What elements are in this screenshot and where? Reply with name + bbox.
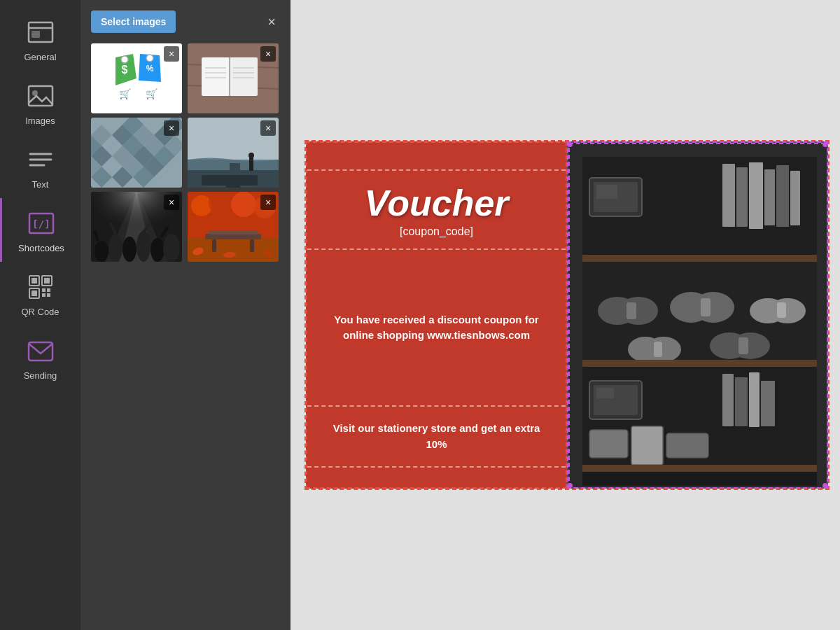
svg-rect-17 (47, 288, 50, 292)
image-thumb-5[interactable]: × (91, 192, 182, 262)
close-panel-button[interactable]: × (263, 13, 280, 31)
image-thumb-3[interactable]: × (91, 118, 182, 188)
voucher-bottom-bar (307, 466, 566, 487)
panel-header: Select images × (91, 10, 280, 33)
images-panel: Select images × $ % 🛒 🛒 × (80, 0, 290, 630)
voucher-right-panel (567, 141, 828, 489)
svg-rect-67 (249, 157, 253, 171)
sidebar-item-general[interactable]: General (0, 7, 80, 71)
svg-point-125 (731, 332, 770, 359)
voucher-code: [coupon_code] (314, 225, 559, 238)
svg-rect-2 (31, 31, 40, 38)
svg-rect-141 (582, 472, 817, 486)
svg-rect-105 (790, 171, 800, 225)
window-icon (24, 15, 57, 49)
shortcodes-icon: [/] (24, 206, 58, 240)
svg-point-113 (619, 297, 658, 325)
sidebar-item-text-label: Text (32, 179, 49, 190)
svg-rect-140 (582, 465, 817, 472)
svg-rect-20 (29, 342, 52, 360)
svg-rect-13 (44, 278, 50, 284)
svg-rect-135 (749, 372, 760, 427)
svg-point-26 (146, 55, 153, 62)
svg-point-4 (32, 90, 38, 96)
remove-image-3-button[interactable]: × (164, 120, 179, 136)
svg-rect-94 (250, 239, 254, 252)
images-grid: $ % 🛒 🛒 × (91, 43, 280, 262)
svg-rect-138 (631, 426, 663, 465)
svg-point-68 (248, 153, 254, 158)
svg-rect-132 (615, 388, 633, 398)
svg-rect-100 (722, 164, 735, 227)
svg-rect-120 (777, 302, 786, 318)
selection-handle-tl[interactable] (567, 141, 573, 147)
select-images-button[interactable]: Select images (91, 10, 176, 33)
svg-rect-70 (226, 186, 240, 188)
svg-rect-15 (31, 290, 37, 296)
svg-rect-109 (619, 185, 634, 199)
svg-text:🛒: 🛒 (119, 88, 132, 100)
svg-point-116 (692, 292, 734, 323)
sidebar-item-shortcodes[interactable]: [/] Shortcodes (0, 198, 80, 262)
svg-rect-11 (31, 278, 37, 284)
svg-rect-136 (761, 381, 775, 426)
svg-rect-91 (205, 234, 261, 239)
main-canvas-area: Voucher [coupon_code] You have received … (290, 0, 840, 630)
svg-rect-101 (736, 167, 748, 227)
sidebar-item-sending-label: Sending (24, 370, 57, 381)
voucher-left-panel: Voucher [coupon_code] You have received … (306, 141, 567, 489)
sidebar-item-sending[interactable]: Sending (0, 326, 80, 389)
voucher-card: Voucher [coupon_code] You have received … (304, 140, 830, 490)
sidebar-item-qrcode-label: QR Code (21, 307, 59, 317)
svg-text:$: $ (122, 64, 128, 76)
image-thumb-1[interactable]: $ % 🛒 🛒 × (91, 43, 182, 113)
sidebar-item-qrcode[interactable]: QR Code (0, 262, 80, 326)
svg-rect-92 (209, 230, 258, 234)
svg-point-122 (646, 337, 681, 362)
svg-text:%: % (146, 64, 154, 74)
sidebar-item-images[interactable]: Images (0, 71, 80, 134)
voucher-title-section: Voucher [coupon_code] (307, 171, 566, 250)
svg-rect-108 (596, 185, 617, 199)
svg-point-23 (121, 56, 128, 63)
voucher-extra-text: Visit our stationery store and get an ex… (321, 421, 552, 452)
svg-rect-117 (701, 298, 710, 316)
svg-rect-93 (212, 239, 216, 252)
voucher-extra-section: Visit our stationery store and get an ex… (307, 407, 566, 466)
svg-text:[/]: [/] (32, 218, 50, 230)
image-icon (24, 79, 57, 113)
image-thumb-4[interactable]: × (188, 118, 279, 188)
remove-image-2-button[interactable]: × (260, 46, 276, 62)
svg-rect-102 (749, 162, 763, 229)
remove-image-6-button[interactable]: × (260, 195, 276, 210)
remove-image-4-button[interactable]: × (260, 120, 276, 136)
svg-rect-131 (596, 388, 614, 398)
svg-rect-110 (582, 255, 817, 262)
svg-text:🛒: 🛒 (146, 88, 158, 100)
image-thumb-2[interactable]: × (188, 43, 279, 113)
svg-rect-104 (776, 165, 789, 227)
sidebar: General Images Text [/] (0, 0, 80, 630)
sidebar-item-images-label: Images (25, 115, 55, 126)
image-thumb-6[interactable]: × (188, 192, 279, 262)
svg-rect-139 (666, 433, 708, 458)
sidebar-item-text[interactable]: Text (0, 134, 80, 198)
remove-image-1-button[interactable]: × (164, 46, 179, 62)
svg-rect-126 (738, 337, 748, 354)
voucher-description: You have received a discount coupon foro… (334, 312, 538, 344)
svg-rect-18 (42, 293, 46, 297)
text-icon (24, 143, 57, 176)
svg-rect-127 (582, 360, 817, 367)
svg-rect-134 (735, 377, 748, 426)
svg-rect-114 (626, 302, 636, 319)
svg-point-87 (191, 195, 212, 216)
svg-rect-3 (29, 86, 52, 106)
svg-rect-133 (722, 374, 734, 426)
svg-rect-16 (42, 288, 46, 292)
svg-rect-103 (764, 169, 775, 225)
voucher-description-section: You have received a discount coupon foro… (307, 250, 566, 407)
svg-point-89 (231, 192, 256, 217)
svg-rect-69 (202, 175, 258, 186)
remove-image-5-button[interactable]: × (164, 195, 179, 210)
svg-rect-19 (47, 293, 50, 297)
